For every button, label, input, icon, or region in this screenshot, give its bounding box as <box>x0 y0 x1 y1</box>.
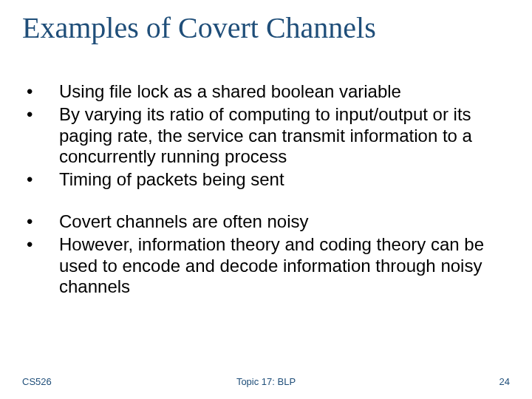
bullet-mark: • <box>22 104 59 126</box>
bullet-item: • By varying its ratio of computing to i… <box>22 104 510 168</box>
bullet-text: However, information theory and coding t… <box>59 234 510 298</box>
bullet-text: Covert channels are often noisy <box>59 211 510 233</box>
bullet-item: • Covert channels are often noisy <box>22 211 510 233</box>
bullet-mark: • <box>22 169 59 191</box>
footer-page-number: 24 <box>499 376 510 387</box>
slide-body: • Using file lock as a shared boolean va… <box>22 81 510 299</box>
group-gap <box>22 192 510 211</box>
bullet-text: By varying its ratio of computing to inp… <box>59 104 510 168</box>
slide: Examples of Covert Channels • Using file… <box>0 0 532 399</box>
bullet-mark: • <box>22 81 59 103</box>
bullet-mark: • <box>22 234 59 256</box>
bullet-item: • However, information theory and coding… <box>22 234 510 298</box>
bullet-mark: • <box>22 211 59 233</box>
bullet-text: Timing of packets being sent <box>59 169 510 191</box>
slide-title: Examples of Covert Channels <box>22 12 510 44</box>
bullet-item: • Timing of packets being sent <box>22 169 510 191</box>
bullet-text: Using file lock as a shared boolean vari… <box>59 81 510 103</box>
bullet-item: • Using file lock as a shared boolean va… <box>22 81 510 103</box>
footer-topic: Topic 17: BLP <box>0 376 532 387</box>
